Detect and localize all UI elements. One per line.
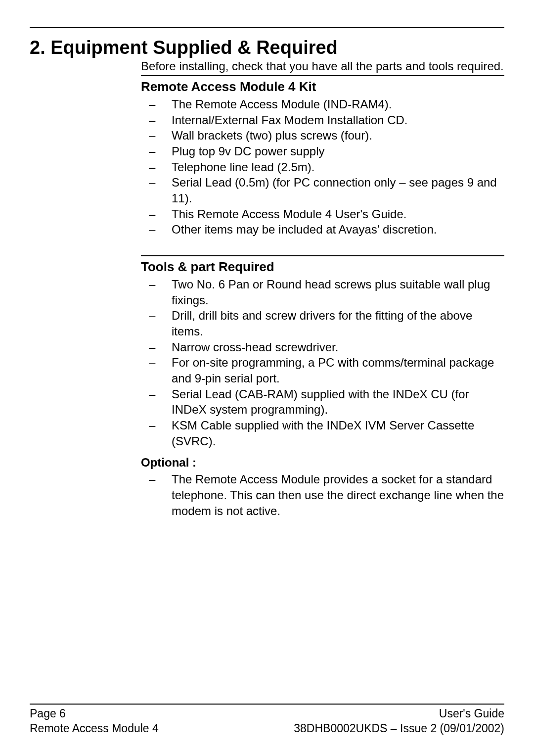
footer-rule — [30, 704, 504, 705]
list-item: KSM Cable supplied with the INDeX IVM Se… — [141, 418, 504, 449]
list-item: For on-site programming, a PC with comms… — [141, 355, 504, 386]
list-item: This Remote Access Module 4 User's Guide… — [141, 206, 504, 222]
top-rule — [30, 27, 504, 28]
list-item: Two No. 6 Pan or Round head screws plus … — [141, 277, 504, 308]
footer-product-name: Remote Access Module 4 — [30, 721, 159, 736]
footer-page-number: Page 6 — [30, 707, 66, 721]
section3-list: The Remote Access Module provides a sock… — [141, 472, 504, 519]
section2-title: Tools & part Required — [141, 259, 504, 275]
list-item: Narrow cross-head screwdriver. — [141, 339, 504, 355]
section1-list: The Remote Access Module (IND-RAM4). Int… — [141, 96, 504, 237]
section-rule-1 — [141, 75, 504, 76]
footer-guide-title: User's Guide — [439, 707, 504, 721]
list-item: Drill, drill bits and screw drivers for … — [141, 308, 504, 339]
page-heading: 2. Equipment Supplied & Required — [30, 37, 504, 58]
page-footer: Page 6 User's Guide Remote Access Module… — [30, 704, 504, 736]
list-item: The Remote Access Module provides a sock… — [141, 472, 504, 519]
list-item: Other items may be included at Avayas' d… — [141, 222, 504, 237]
list-item: Serial Lead (CAB-RAM) supplied with the … — [141, 386, 504, 418]
intro-text: Before installing, check that you have a… — [141, 59, 504, 73]
footer-doc-id: 38DHB0002UKDS – Issue 2 (09/01/2002) — [294, 721, 504, 736]
section1-title: Remote Access Module 4 Kit — [141, 79, 504, 94]
list-item: Wall brackets (two) plus screws (four). — [141, 128, 504, 143]
list-item: Internal/External Fax Modem Installation… — [141, 112, 504, 128]
section-rule-2 — [141, 255, 504, 256]
section3-title: Optional : — [141, 456, 504, 470]
list-item: Telephone line lead (2.5m). — [141, 159, 504, 175]
list-item: The Remote Access Module (IND-RAM4). — [141, 96, 504, 112]
section2-list: Two No. 6 Pan or Round head screws plus … — [141, 277, 504, 449]
list-item: Plug top 9v DC power supply — [141, 143, 504, 159]
list-item: Serial Lead (0.5m) (for PC connection on… — [141, 175, 504, 206]
